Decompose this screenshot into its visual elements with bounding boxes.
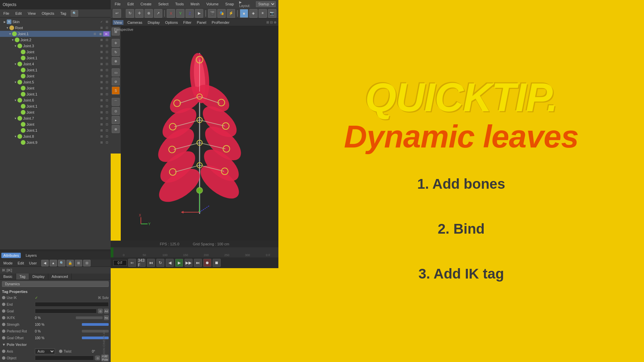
tree-item-joint3[interactable]: ▼ Joint.3 ⊞⊡ [0,43,111,49]
tree-item-joint3a[interactable]: Joint ⊞⊡ [0,49,111,55]
tree-item-joint3b[interactable]: Joint ⊞⊡ [0,73,111,79]
viewport-menu-panel[interactable]: Panel [196,20,208,25]
transport-to-start[interactable]: ⏮ [147,259,155,267]
viewport-menu-display[interactable]: Display [146,20,161,25]
transport-stop[interactable]: ⏹ [213,259,221,267]
cube-btn[interactable]: ■ [240,9,248,18]
select-tool[interactable]: ↗ [154,9,162,18]
tree-item-joint4[interactable]: ▼ Joint.4 ⊞⊡ [0,61,111,67]
timeline-ruler[interactable]: 0 50 100 150 200 250 300 0 F [111,247,278,257]
transport-loop[interactable]: ↻ [156,259,164,267]
transport-play[interactable]: ▶ [175,259,183,267]
object-input[interactable] [35,356,94,360]
menu-main-mesh[interactable]: Mesh [189,1,201,7]
tree-item-joint9[interactable]: Joint.9 ⊞⊡ [0,139,111,145]
tree-item-joint6[interactable]: ▼ Joint.6 ⊞⊡ [0,97,111,103]
viewport-3d[interactable]: .leaf { fill: #e0254a; opacity: 0.9; } .… [121,26,278,241]
sub-tab-basic[interactable]: Basic [0,274,16,280]
goal-input[interactable] [35,309,97,313]
anim3-btn[interactable]: ⚡ [227,9,235,18]
end-input[interactable] [35,302,109,307]
tab-attributes[interactable]: Attributes [1,253,21,258]
tree-item-joint1[interactable]: ▼ Joint.1 ⊞ ◼ IK [0,31,111,37]
menu-objects[interactable]: Objects [40,11,55,16]
sub-tab-display[interactable]: Display [29,274,48,280]
tree-item-skin[interactable]: ▶ S Skin ✓ ⊞ [0,19,111,25]
menu-view[interactable]: View [26,11,37,16]
viewport-menu-prorender[interactable]: ProRender [210,20,231,25]
anim2-btn[interactable]: 🎭 [217,9,226,18]
tree-item-joint1e[interactable]: Joint.1 ⊞⊡ [0,127,111,133]
viewport-menu-filter[interactable]: Filter [182,20,193,25]
viewport-menu-view[interactable]: View [113,20,123,25]
z-axis-btn[interactable]: Z [185,9,194,18]
tab-layers[interactable]: Layers [23,253,39,258]
strength-slider[interactable] [82,323,109,326]
tree-item-joint1b[interactable]: Joint.1 ⊞⊡ [0,67,111,73]
attr-mode[interactable]: Mode [1,260,15,266]
transport-to-end[interactable]: ⏭ [194,259,202,267]
menu-main-edit[interactable]: Edit [126,1,135,7]
goal-pick-btn[interactable]: ◎ [98,309,103,313]
attr-nav-prev[interactable]: ◀ [41,260,49,266]
viewport-menu-options[interactable]: Options [164,20,179,25]
dynamics-btn[interactable]: Dynamics [2,281,109,287]
tree-item-joint1c[interactable]: Joint.1 ⊞⊡ [0,91,111,97]
tool-point[interactable]: S [112,86,120,95]
transport-step-forward[interactable]: ▶▶ [184,259,193,267]
timeline-track[interactable]: 0 50 100 150 200 250 300 0 F [113,247,278,257]
attr-lock[interactable]: 🔒 [66,260,74,266]
tool-edge[interactable]: ⊘ [112,77,120,85]
current-frame-input[interactable] [113,260,127,266]
move-tool[interactable]: ✛ [135,9,144,18]
tree-item-joint1d[interactable]: Joint.1 ⊞⊡ [0,103,111,109]
menu-main-create[interactable]: Create [139,1,153,7]
viewport-menu-cameras[interactable]: Cameras [126,20,144,25]
menu-file[interactable]: File [2,11,11,16]
tree-item-joint7[interactable]: ▼ Joint.7 ⊞⊡ [0,115,111,121]
x-axis-btn[interactable]: X [167,9,175,18]
camera-btn[interactable]: 📷 [268,9,276,18]
tree-item-joint3c[interactable]: Joint ⊞⊡ [0,85,111,91]
ikfk-reset-btn[interactable]: Re [104,315,109,320]
tree-item-joint2[interactable]: ▼ Joint.2 ⊞ ⊡ [0,37,111,43]
object-pick-btn[interactable]: ◎ [95,356,100,360]
rotate-tool[interactable]: ↻ [126,9,134,18]
render-btn[interactable]: ▶ [195,9,203,18]
goal-add-btn[interactable]: Ad [104,309,109,313]
menu-main-file[interactable]: File [113,1,122,7]
ikfk-slider[interactable] [76,316,103,319]
tree-item-joint3e[interactable]: Joint ⊞⊡ [0,121,111,127]
scale-tool[interactable]: ⊕ [145,9,153,18]
search-btn[interactable]: 🔍 [71,10,78,17]
mat-btn[interactable]: ◈ [249,9,258,18]
attr-user[interactable]: User [27,260,39,266]
tree-item-joint3d[interactable]: Joint ⊞⊡ [0,109,111,115]
y-axis-btn[interactable]: Y [176,9,184,18]
menu-edit[interactable]: Edit [14,11,23,16]
menu-main-select[interactable]: Select [157,1,170,7]
menu-main-volume[interactable]: Volume [205,1,220,7]
anim-btn[interactable]: 🎬 [208,9,216,18]
tree-item-root[interactable]: ▼ Root ⊞ ⊡ [0,25,111,31]
tool-move[interactable]: ✛ [112,39,120,47]
light-btn[interactable]: ☀ [259,9,267,18]
transport-record[interactable]: ⏺ [203,259,211,267]
axis-select[interactable]: Auto [35,349,55,354]
menu-main-tools[interactable]: Tools [174,1,185,7]
tool-polygon[interactable]: ▭ [112,68,120,76]
attr-extra[interactable]: ⊟ [83,260,91,266]
transport-prev-arrow[interactable]: ⇐ [128,259,136,267]
transport-step-back[interactable]: ◀ [166,259,174,267]
menu-tag[interactable]: Tag [59,11,68,16]
tool-loop[interactable]: ⊛ [112,125,120,133]
tool-knife[interactable]: ▸ [112,116,120,124]
undo-btn[interactable]: ↩ [113,9,121,18]
sub-tab-tag[interactable]: Tag [16,274,29,280]
transport-end-frame[interactable]: 343 F [138,259,146,267]
attr-nav-up[interactable]: ▲ [50,260,57,266]
menu-main-snap[interactable]: Snap [224,1,235,7]
tool-rotate[interactable]: ↻ [112,48,120,56]
attr-edit[interactable]: Edit [16,260,26,266]
tree-item-joint8[interactable]: ▼ Joint.8 ⊞⊡ [0,133,111,139]
